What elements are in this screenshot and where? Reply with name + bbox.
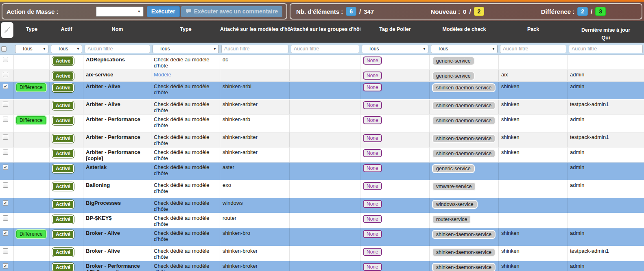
qui-cell: admin — [568, 147, 644, 162]
filter-select[interactable]: -- Tous --▼ — [362, 45, 428, 53]
service-name: ADReplications — [86, 56, 125, 63]
table-row[interactable]: ActivéBalloningCheck dédié au modèle d'h… — [0, 180, 644, 198]
filter-row: -- Tous --▼-- Tous --▼-- Tous --▼-- Tous… — [0, 43, 644, 55]
chevron-down-icon: ▼ — [43, 47, 46, 51]
row-checkbox[interactable] — [3, 182, 8, 188]
check-icon: ✔ — [4, 201, 7, 205]
author: admin — [570, 182, 584, 188]
difference-badge: Différence — [16, 116, 46, 124]
chevron-down-icon: ▼ — [492, 47, 495, 51]
row-checkbox[interactable]: ✔ — [3, 84, 8, 89]
new-label: Nouveau : — [431, 8, 461, 15]
check-template-badge: generic-service — [432, 72, 475, 80]
column-header-last-update[interactable]: Dernière mise à jourQui — [568, 21, 644, 43]
host-groups-cell — [290, 132, 360, 147]
filter-cell: -- Tous --▼ — [151, 43, 220, 55]
row-checkbox[interactable] — [3, 134, 8, 140]
poller-tag-badge: None — [363, 215, 382, 223]
table-row[interactable]: ✔ActivéBigProcessesCheck dédié au modèle… — [0, 198, 644, 213]
table-row[interactable]: ActivéArbiter - AliveCheck dédié au modè… — [0, 100, 644, 115]
table-row[interactable]: ✔DifférenceActivéArbiter - AliveCheck dé… — [0, 82, 644, 100]
column-header[interactable]: Modèles de check — [430, 21, 499, 43]
chevron-down-icon: ▼ — [138, 10, 141, 13]
poller-tag-badge: None — [363, 182, 382, 190]
clear-filters-button[interactable] — [1, 22, 13, 38]
table-row[interactable]: ActivéBroker - AliveCheck dédié au modèl… — [0, 246, 644, 261]
row-checkbox[interactable] — [3, 102, 8, 107]
column-header[interactable]: Attaché sur les modèles d'hôte — [220, 21, 290, 43]
filter-input[interactable] — [291, 45, 359, 53]
qui-cell: admin — [568, 163, 644, 180]
pack-cell — [499, 163, 568, 180]
table-row[interactable]: ActivéArbiter - Performance [copie]Check… — [0, 147, 644, 163]
filter-cell — [568, 43, 644, 55]
poller-tag-badge: None — [363, 164, 382, 172]
service-type: Check dédié au modèle d'hôte — [154, 134, 210, 146]
pack-cell: shinken — [499, 228, 568, 246]
filter-input[interactable] — [500, 45, 566, 53]
column-header[interactable]: Tag de Poller — [360, 21, 430, 43]
table-row[interactable]: ✔ActivéAsteriskCheck dédié au modèle d'h… — [0, 163, 644, 180]
actif-cell: Activé — [50, 246, 83, 261]
filter-select[interactable]: -- Tous --▼ — [51, 45, 82, 53]
service-name: Broker - Alive — [86, 230, 120, 236]
execute-button[interactable]: Exécuter — [147, 6, 180, 17]
select-all-checkbox[interactable] — [1, 46, 7, 52]
mass-action-select[interactable]: ▼ — [96, 7, 144, 17]
active-badge: Activé — [52, 72, 74, 80]
select-all-cell — [0, 43, 14, 55]
row-checkbox[interactable]: ✔ — [3, 200, 8, 206]
row-checkbox[interactable] — [3, 57, 8, 62]
actif-cell: Activé — [50, 180, 83, 198]
type-cell: Check dédié au modèle d'hôte — [151, 228, 220, 246]
table-row[interactable]: ActivéArbiter - PerformanceCheck dédié a… — [0, 132, 644, 147]
execute-with-comment-button[interactable]: Exécuter avec un commentaire — [181, 6, 282, 17]
table-row[interactable]: ✔ActivéBroker - Performance API Connecti… — [0, 261, 644, 271]
row-select-cell — [0, 132, 14, 147]
host-template-cell: shinken-arbiter — [220, 132, 290, 147]
qui-cell: admin — [568, 70, 644, 81]
filter-select[interactable]: -- Tous --▼ — [15, 45, 48, 53]
row-checkbox[interactable] — [3, 248, 8, 254]
row-checkbox[interactable]: ✔ — [3, 263, 8, 269]
check-template-badge: shinken-daemon-service — [432, 101, 496, 110]
filter-input[interactable] — [221, 45, 288, 53]
service-name: Arbiter - Performance — [86, 116, 140, 122]
row-checkbox[interactable] — [3, 117, 8, 122]
host-groups-cell — [290, 180, 360, 198]
row-checkbox[interactable]: ✔ — [3, 230, 8, 236]
type-cell: Check dédié au modèle d'hôte — [151, 147, 220, 162]
service-name: Arbiter - Alive — [86, 83, 120, 89]
table-row[interactable]: Activéaix-serviceModèleNonegeneric-servi… — [0, 70, 644, 82]
column-header[interactable]: Type — [151, 21, 220, 43]
column-header[interactable]: Type — [14, 21, 50, 43]
row-checkbox[interactable] — [3, 72, 8, 77]
filter-select[interactable]: -- Tous --▼ — [153, 45, 219, 53]
active-badge: Activé — [52, 83, 74, 92]
mass-action-label: Action de Masse : — [7, 8, 59, 15]
column-header[interactable]: Attaché sur les groupes d'hôtes — [290, 21, 360, 43]
filter-select[interactable]: -- Tous --▼ — [431, 45, 498, 53]
table-row[interactable]: ActivéBP-$KEY$Check dédié au modèle d'hô… — [0, 213, 644, 228]
author: testpack-admin1 — [570, 248, 609, 254]
row-checkbox[interactable]: ✔ — [3, 165, 8, 170]
column-header[interactable]: Actif — [50, 21, 83, 43]
table-row[interactable]: ActivéADReplicationsCheck dédié au modèl… — [0, 55, 644, 70]
difference-count-group: Différence : 2 / 3 — [541, 7, 606, 16]
service-type-link[interactable]: Modèle — [154, 72, 171, 78]
filter-input[interactable] — [569, 45, 643, 53]
qui-cell — [568, 55, 644, 69]
host-groups-cell — [290, 100, 360, 114]
nom-cell: Broker - Performance API Connection — [83, 261, 151, 271]
row-checkbox[interactable] — [3, 215, 8, 221]
filter-input[interactable] — [85, 45, 150, 53]
check-template-badge: vmware-service — [432, 182, 476, 191]
table-row[interactable]: ✔DifférenceActivéBroker - AliveCheck déd… — [0, 228, 644, 246]
pack-cell: shinken — [499, 82, 568, 99]
row-checkbox[interactable] — [3, 150, 8, 155]
author: admin — [570, 83, 584, 89]
check-template-badge: shinken-daemon-service — [432, 149, 496, 158]
column-header[interactable]: Nom — [83, 21, 151, 43]
table-row[interactable]: DifférenceActivéArbiter - PerformanceChe… — [0, 115, 644, 132]
column-header[interactable]: Pack — [499, 21, 568, 43]
